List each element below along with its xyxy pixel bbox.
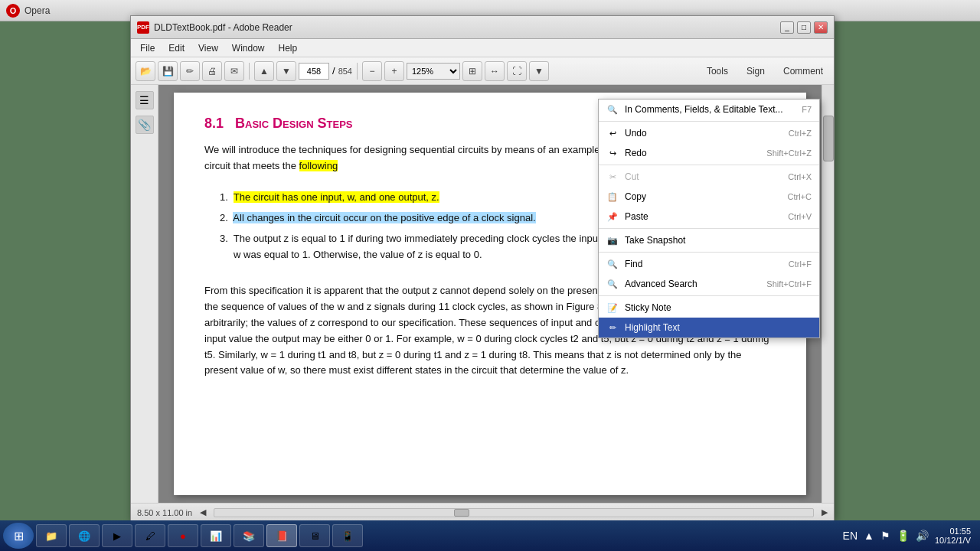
- next-page-button[interactable]: ▼: [276, 61, 296, 81]
- ctx-find-label: Find: [625, 259, 642, 269]
- flag-icon[interactable]: ⚑: [880, 530, 890, 542]
- language-indicator[interactable]: EN: [843, 530, 858, 542]
- taskbar-pdf[interactable]: 📕: [266, 524, 297, 547]
- ctx-advanced-search-icon: 🔍: [606, 278, 619, 290]
- taskbar-book[interactable]: 📚: [234, 524, 264, 547]
- save-button[interactable]: 💾: [158, 61, 178, 81]
- menu-file[interactable]: File: [134, 41, 161, 55]
- start-button[interactable]: ⊞: [3, 523, 34, 549]
- ctx-in-comments-label: In Comments, Fields, & Editable Text...: [625, 104, 783, 115]
- horizontal-scrollbar[interactable]: [214, 508, 814, 517]
- clock-time: 01:55: [935, 527, 971, 536]
- ctx-sticky-note[interactable]: 📝 Sticky Note: [599, 298, 819, 318]
- print-button[interactable]: 🖨: [202, 61, 222, 81]
- bookmarks-icon[interactable]: ☰: [136, 91, 154, 109]
- zoom-out-button[interactable]: −: [362, 61, 382, 81]
- comment-button[interactable]: Comment: [777, 64, 829, 79]
- toolbar: 📂 💾 ✏ 🖨 ✉ ▲ ▼ / 854 − + 125% 100% 150% ⊞…: [131, 57, 834, 85]
- ctx-paste-label: Paste: [625, 211, 648, 222]
- ctx-snapshot-icon: 📷: [606, 234, 619, 246]
- ctx-highlight-label: Highlight Text: [625, 322, 680, 333]
- edit-button[interactable]: ✏: [180, 61, 200, 81]
- taskbar-ppt[interactable]: 📊: [201, 524, 231, 547]
- attachments-icon[interactable]: 📎: [136, 116, 154, 134]
- ctx-sep-5: [599, 295, 819, 296]
- taskbar: ⊞ 📁 🌐 ▶ 🖊 ● 📊 📚 📕 🖥 📱 EN ▲ ⚑ 🔋 🔊 01:55 1…: [0, 520, 980, 551]
- ctx-advanced-search[interactable]: 🔍 Advanced Search Shift+Ctrl+F: [599, 274, 819, 294]
- network-icon[interactable]: ▲: [864, 530, 874, 542]
- fullscreen-button[interactable]: ⛶: [507, 61, 527, 81]
- taskbar-mobile[interactable]: 📱: [332, 524, 363, 547]
- horizontal-scroll-thumb[interactable]: [454, 509, 469, 517]
- zoom-select[interactable]: 125% 100% 150%: [407, 63, 460, 80]
- volume-icon[interactable]: 🔊: [916, 530, 929, 542]
- fit-page-button[interactable]: ⊞: [462, 61, 482, 81]
- scroll-left-arrow[interactable]: ◀: [200, 507, 206, 517]
- tools-button[interactable]: Tools: [701, 64, 734, 79]
- ctx-undo-label: Undo: [625, 128, 647, 139]
- ctx-copy-shortcut: Ctrl+C: [788, 192, 812, 201]
- right-scrollbar[interactable]: [822, 85, 834, 503]
- scroll-right-arrow[interactable]: ▶: [822, 507, 828, 517]
- ctx-sep-2: [599, 165, 819, 165]
- ctx-copy-icon: 📋: [606, 191, 619, 203]
- list-item-2-text: All changes in the circuit occur on the …: [233, 212, 535, 223]
- taskbar-ie[interactable]: 🌐: [69, 524, 100, 547]
- ctx-sticky-note-label: Sticky Note: [625, 302, 671, 313]
- taskbar-media[interactable]: ▶: [102, 524, 132, 547]
- menu-edit[interactable]: Edit: [162, 41, 191, 55]
- ctx-advanced-search-label: Advanced Search: [625, 279, 697, 289]
- page-size: 8.50 x 11.00 in: [137, 508, 192, 517]
- taskbar-pen[interactable]: 🖊: [135, 524, 165, 547]
- ctx-redo-icon: ↪: [606, 147, 619, 159]
- fit-width-button[interactable]: ↔: [485, 61, 505, 81]
- zoom-in-button[interactable]: +: [384, 61, 404, 81]
- battery-icon[interactable]: 🔋: [897, 530, 910, 542]
- page-input[interactable]: [299, 63, 329, 80]
- sign-button[interactable]: Sign: [740, 64, 771, 79]
- ctx-highlight-icon: ✏: [606, 321, 619, 334]
- dropdown-button[interactable]: ▼: [529, 61, 549, 81]
- ctx-paste-icon: 📌: [606, 210, 619, 223]
- menu-view[interactable]: View: [192, 41, 224, 55]
- reader-window: PDF DLDTextBook.pdf - Adobe Reader _ □ ✕…: [130, 15, 835, 520]
- title-bar-buttons[interactable]: _ □ ✕: [780, 21, 828, 34]
- ctx-undo[interactable]: ↩ Undo Ctrl+Z: [599, 123, 819, 143]
- opera-logo: O: [6, 4, 20, 18]
- open-button[interactable]: 📂: [136, 61, 155, 81]
- close-button[interactable]: ✕: [814, 21, 828, 34]
- taskbar-screen[interactable]: 🖥: [299, 524, 330, 547]
- ctx-cut-shortcut: Ctrl+X: [788, 172, 812, 181]
- clock-date: 10/12/1/V: [935, 536, 971, 545]
- email-button[interactable]: ✉: [224, 61, 244, 81]
- taskbar-explorer[interactable]: 📁: [36, 524, 67, 547]
- ctx-paste[interactable]: 📌 Paste Ctrl+V: [599, 207, 819, 227]
- ctx-highlight-text[interactable]: ✏ Highlight Text: [599, 318, 819, 337]
- left-panel: ☰ 📎: [131, 85, 158, 503]
- ctx-cut[interactable]: ✂ Cut Ctrl+X: [599, 167, 819, 187]
- prev-page-button[interactable]: ▲: [254, 61, 274, 81]
- window-title: DLDTextBook.pdf - Adobe Reader: [154, 22, 292, 33]
- ctx-cut-icon: ✂: [606, 171, 619, 183]
- ctx-copy-label: Copy: [625, 191, 646, 202]
- ctx-in-comments[interactable]: 🔍 In Comments, Fields, & Editable Text..…: [599, 99, 819, 119]
- ctx-in-comments-shortcut: F7: [802, 105, 812, 114]
- ctx-find-icon: 🔍: [606, 258, 619, 270]
- menu-bar: File Edit View Window Help: [131, 39, 834, 57]
- menu-help[interactable]: Help: [273, 41, 304, 55]
- ctx-find[interactable]: 🔍 Find Ctrl+F: [599, 254, 819, 274]
- ctx-snapshot-label: Take Snapshot: [625, 235, 685, 246]
- system-tray: EN ▲ ⚑ 🔋 🔊 01:55 10/12/1/V: [843, 527, 977, 545]
- ctx-cut-label: Cut: [625, 171, 639, 182]
- maximize-button[interactable]: □: [797, 21, 811, 34]
- taskbar-opera[interactable]: ●: [168, 524, 198, 547]
- page-separator: /: [332, 65, 335, 77]
- menu-window[interactable]: Window: [226, 41, 271, 55]
- ctx-redo-label: Redo: [625, 148, 647, 158]
- list-item-3a: The output z is equal to 1 if during two…: [234, 233, 601, 244]
- ctx-copy[interactable]: 📋 Copy Ctrl+C: [599, 187, 819, 207]
- minimize-button[interactable]: _: [780, 21, 794, 34]
- ctx-redo[interactable]: ↪ Redo Shift+Ctrl+Z: [599, 143, 819, 163]
- scrollbar-thumb[interactable]: [823, 116, 834, 161]
- ctx-take-snapshot[interactable]: 📷 Take Snapshot: [599, 230, 819, 250]
